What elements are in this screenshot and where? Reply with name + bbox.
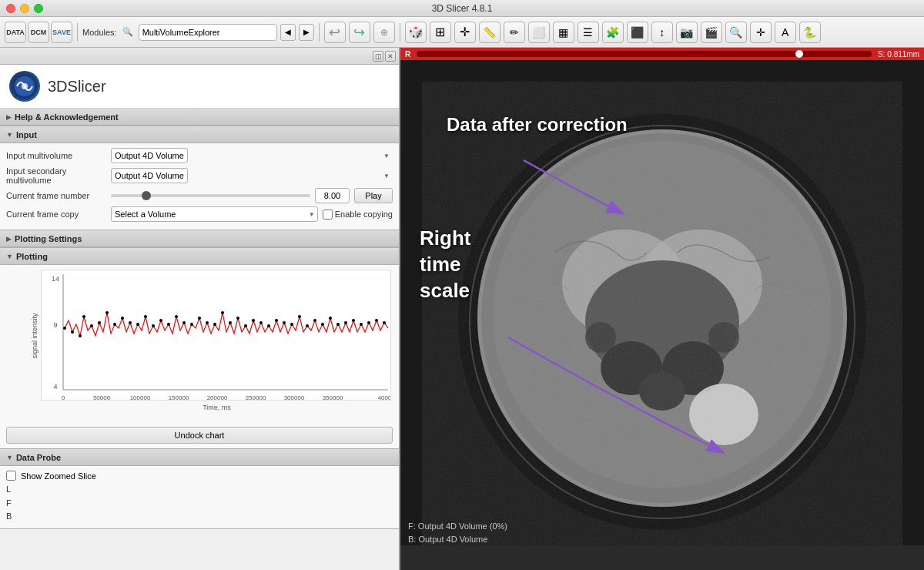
overlay-line2: B: Output 4D Volume [408,533,507,547]
plotting-section-header[interactable]: ▼ Plotting [0,248,399,265]
svg-point-13 [79,334,82,337]
svg-point-31 [213,323,216,326]
module-prev-button[interactable]: ◀ [280,24,296,41]
orientation-button[interactable]: ↕ [651,22,673,43]
svg-point-40 [283,321,286,324]
svg-point-28 [190,323,193,326]
show-zoomed-checkbox[interactable] [6,471,16,481]
viewer-scale-info: S: 0.811mm [878,50,919,59]
svg-point-22 [144,315,147,318]
help-section-header[interactable]: ▶ Help & Acknowledgement [0,109,399,126]
input-secondary-select[interactable]: Output 4D Volume [111,168,188,183]
play-button[interactable]: Play [354,188,393,203]
roi-button[interactable]: ⬜ [528,22,550,43]
svg-text:100000: 100000 [130,394,151,401]
panel-close-button[interactable]: ✕ [385,51,396,62]
window-title: 3D Slicer 4.8.1 [432,3,493,14]
input-multivolume-label: Input multivolume [6,151,106,160]
input-secondary-select-wrapper: Output 4D Volume [111,168,393,183]
frame-copy-select-wrapper: Select a Volume [111,206,318,222]
volume-button[interactable]: ☰ [578,22,599,43]
svg-point-43 [306,324,309,327]
x-axis-label: Time, ms [41,404,393,411]
data-probe-header[interactable]: ▼ Data Probe [0,449,399,466]
view-ortho-button[interactable]: ⊞ [430,22,451,43]
dcm-button[interactable]: DCM [28,22,49,43]
save-button[interactable]: SAVE [51,22,72,43]
screenshot-button[interactable]: 📷 [676,22,698,43]
help-arrow-icon: ▶ [6,113,12,121]
input-arrow-icon: ▼ [6,131,13,139]
plotting-content: signal intensity 14 9 4 [0,265,399,448]
frame-slider[interactable] [111,194,310,197]
frame-copy-select[interactable]: Select a Volume [111,206,318,222]
probe-coord-l: L [6,483,393,497]
scene-button[interactable]: 🎬 [701,22,722,43]
data-button[interactable]: DATA [5,22,26,43]
frame-copy-label: Current frame copy [6,210,106,219]
frame-value-input[interactable] [315,188,350,203]
input-secondary-label: Input secondary multivolume [6,166,106,185]
svg-text:250000: 250000 [246,394,266,401]
table-button[interactable]: ▦ [553,22,574,43]
right-panel: R S: 0.811mm [400,48,924,570]
panel-restore-button[interactable]: ◫ [373,51,383,62]
ruler-button[interactable]: 📏 [479,22,500,43]
undock-chart-button[interactable]: Undock chart [6,427,393,444]
module-search-button[interactable]: 🔍 [120,25,136,40]
app-logo-text: 3DSlicer [48,78,106,96]
sections-scroll[interactable]: ▶ Help & Acknowledgement ▼ Input Input m… [0,109,399,570]
module-dropdown[interactable]: MultiVolumeExplorer [139,24,277,41]
minimize-button[interactable] [20,4,29,13]
crosshair2-button[interactable]: ✛ [750,22,772,43]
puzzle-button[interactable]: 🧩 [602,22,624,43]
window-level-button[interactable]: ⬛ [627,22,648,43]
annotation-correction: Data after correction [447,114,628,136]
fiducial-button[interactable]: ✏ [504,22,525,43]
python-button[interactable]: 🐍 [799,22,821,43]
navigate-forward-button[interactable]: ↪ [349,22,370,43]
maximize-button[interactable] [34,4,43,13]
close-button[interactable] [6,4,15,13]
traffic-lights [6,4,43,13]
viewer-slider-thumb [795,50,803,58]
annotate-button[interactable]: A [775,22,796,43]
svg-point-23 [152,324,155,327]
enable-copy-label[interactable]: Enable copying [323,210,393,220]
navigate-home-button[interactable]: ⊕ [373,22,395,43]
svg-point-15 [90,324,93,327]
svg-point-36 [252,319,255,322]
input-section: ▼ Input Input multivolume Output 4D Volu… [0,126,399,230]
input-section-content: Input multivolume Output 4D Volume Input… [0,143,399,230]
probe-coord-b: B [6,510,393,524]
module-next-button[interactable]: ▶ [299,24,314,41]
svg-point-47 [336,323,340,326]
enable-copy-checkbox[interactable] [323,210,333,220]
svg-point-41 [290,323,293,326]
data-probe-content: Show Zoomed Slice L F B [0,466,399,528]
plotting-section: ▼ Plotting signal intensity 14 9 [0,248,399,449]
svg-point-17 [105,311,109,314]
input-multivolume-select[interactable]: Output 4D Volume [111,148,188,163]
svg-point-51 [367,321,370,324]
viewer-overlay-info: F: Output 4D Volume (0%) B: Output 4D Vo… [408,520,507,547]
svg-text:150000: 150000 [169,394,189,401]
annotation-time: time [420,252,470,278]
plotting-settings-header[interactable]: ▶ Plotting Settings [0,230,399,247]
input-secondary-row: Input secondary multivolume Output 4D Vo… [6,166,393,185]
annotation-right-timescale: Right time scale [420,226,470,303]
input-section-title: Input [16,130,37,139]
svg-point-27 [182,321,186,324]
viewer-slider-container[interactable] [417,51,872,57]
navigate-back-button[interactable]: ↩ [324,22,346,43]
view-3d-button[interactable]: 🎲 [405,22,427,43]
crosshair-button[interactable]: ✛ [454,22,476,43]
plotting-section-title: Plotting [16,252,48,261]
extra-button[interactable]: 🔍 [725,22,747,43]
svg-point-33 [229,321,232,324]
chart-wrapper: signal intensity 14 9 4 [41,270,393,411]
svg-text:300000: 300000 [284,394,305,401]
input-section-header[interactable]: ▼ Input [0,126,399,143]
overlay-line1: F: Output 4D Volume (0%) [408,520,507,534]
data-probe-title: Data Probe [16,453,61,462]
